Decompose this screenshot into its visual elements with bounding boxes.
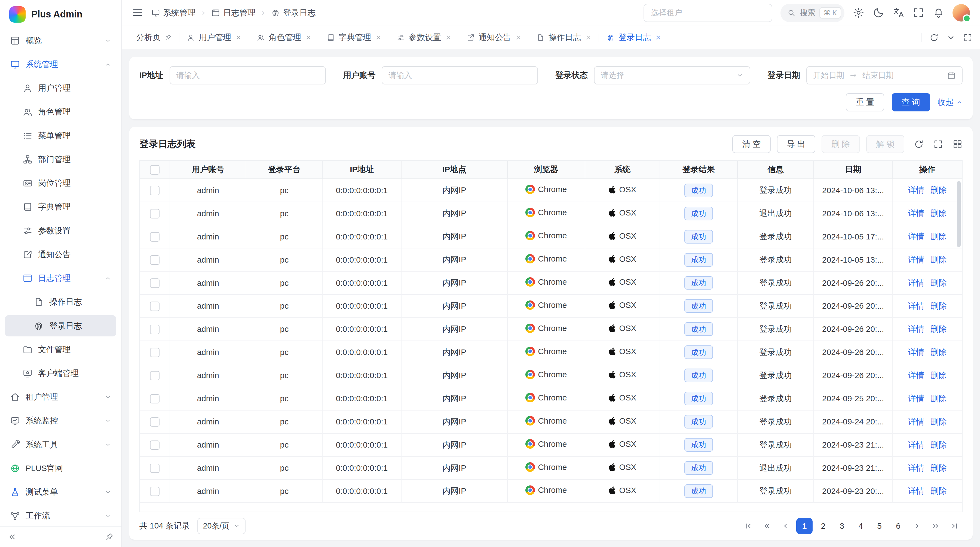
reset-button[interactable]: 重 置 (846, 93, 884, 112)
page-button-1[interactable]: 1 (796, 518, 813, 534)
sidebar-item-system-tools[interactable]: 系统工具 (5, 434, 116, 455)
global-search[interactable]: 搜索 ⌘ K (780, 4, 845, 22)
delete-link[interactable]: 删除 (931, 371, 947, 380)
row-checkbox[interactable] (150, 394, 159, 403)
sidebar-item-test-menu[interactable]: 测试菜单 (5, 482, 116, 503)
tab-analysis[interactable]: 分析页 (129, 29, 178, 46)
content-fullscreen-icon[interactable] (963, 33, 972, 42)
first-page-button[interactable] (740, 518, 757, 534)
page-button-3[interactable]: 3 (834, 518, 850, 534)
next-page-button[interactable] (909, 518, 925, 534)
sidebar-item-dept-management[interactable]: 部门管理 (5, 149, 116, 170)
tab-dict-management[interactable]: 字典管理 (320, 29, 388, 46)
row-checkbox[interactable] (150, 325, 159, 334)
clear-button[interactable]: 清 空 (732, 135, 771, 153)
delete-link[interactable]: 删除 (931, 394, 947, 403)
detail-link[interactable]: 详情 (908, 278, 924, 287)
delete-link[interactable]: 删除 (931, 324, 947, 333)
page-button-6[interactable]: 6 (890, 518, 907, 534)
row-checkbox[interactable] (150, 255, 159, 265)
refresh-table-icon[interactable] (914, 139, 924, 149)
sidebar-item-menu-management[interactable]: 菜单管理 (5, 125, 116, 146)
delete-link[interactable]: 删除 (931, 278, 947, 287)
table-scrollbar[interactable] (956, 180, 962, 512)
detail-link[interactable]: 详情 (908, 417, 924, 426)
sidebar-item-notice[interactable]: 通知公告 (5, 244, 116, 265)
ip-input[interactable]: 请输入 (170, 66, 326, 85)
close-icon[interactable] (445, 34, 452, 41)
row-checkbox[interactable] (150, 209, 159, 218)
breadcrumb-item[interactable]: 登录日志 (271, 7, 315, 19)
page-size-select[interactable]: 20条/页 (197, 518, 245, 534)
collapse-filter-link[interactable]: 收起 (937, 97, 963, 108)
tab-param-settings[interactable]: 参数设置 (390, 29, 458, 46)
unlock-button[interactable]: 解 锁 (866, 135, 905, 153)
row-checkbox[interactable] (150, 440, 159, 450)
dark-mode-icon[interactable] (872, 7, 885, 19)
delete-link[interactable]: 删除 (931, 232, 947, 241)
sidebar-item-log-management[interactable]: 日志管理 (5, 268, 116, 289)
detail-link[interactable]: 详情 (908, 301, 924, 310)
tab-notice[interactable]: 通知公告 (460, 29, 528, 46)
sidebar-item-tenant-management[interactable]: 租户管理 (5, 386, 116, 408)
close-icon[interactable] (585, 34, 592, 41)
settings-icon[interactable] (853, 7, 865, 19)
breadcrumb-item[interactable]: 系统管理 (151, 7, 196, 19)
select-all-checkbox[interactable] (150, 165, 159, 174)
scrollbar-thumb[interactable] (957, 181, 961, 247)
translate-icon[interactable] (892, 7, 905, 19)
row-checkbox[interactable] (150, 417, 159, 427)
delete-link[interactable]: 删除 (931, 185, 947, 195)
sidebar-item-post-management[interactable]: 岗位管理 (5, 173, 116, 194)
delete-link[interactable]: 删除 (931, 255, 947, 264)
sidebar-item-workflow[interactable]: 工作流 (5, 506, 116, 526)
tab-menu-chevron-icon[interactable] (946, 33, 956, 42)
fullscreen-icon[interactable] (913, 7, 924, 19)
close-icon[interactable] (515, 34, 522, 41)
close-icon[interactable] (235, 34, 242, 41)
table-fullscreen-icon[interactable] (933, 139, 943, 149)
tab-user-management[interactable]: 用户管理 (180, 29, 248, 46)
detail-link[interactable]: 详情 (908, 232, 924, 241)
row-checkbox[interactable] (150, 348, 159, 357)
detail-link[interactable]: 详情 (908, 209, 924, 218)
next-pages-button[interactable] (928, 518, 944, 534)
notifications-icon[interactable] (932, 7, 945, 19)
page-button-2[interactable]: 2 (815, 518, 831, 534)
delete-link[interactable]: 删除 (931, 486, 947, 495)
row-checkbox[interactable] (150, 371, 159, 380)
sidebar-item-system-monitor[interactable]: 系统监控 (5, 410, 116, 432)
column-settings-icon[interactable] (953, 139, 963, 149)
detail-link[interactable]: 详情 (908, 185, 924, 195)
delete-link[interactable]: 删除 (931, 209, 947, 218)
detail-link[interactable]: 详情 (908, 463, 924, 472)
detail-link[interactable]: 详情 (908, 324, 924, 333)
logo[interactable]: Plus Admin (0, 0, 121, 29)
detail-link[interactable]: 详情 (908, 255, 924, 264)
sidebar-pin-icon[interactable] (105, 533, 114, 541)
sidebar-item-param-settings[interactable]: 参数设置 (5, 220, 116, 241)
delete-link[interactable]: 删除 (931, 301, 947, 310)
detail-link[interactable]: 详情 (908, 371, 924, 380)
sidebar-item-client-management[interactable]: 客户端管理 (5, 363, 116, 384)
sidebar-item-plus-website[interactable]: PLUS官网 (5, 458, 116, 479)
detail-link[interactable]: 详情 (908, 394, 924, 403)
pin-icon[interactable] (164, 34, 172, 41)
tenant-select[interactable]: 选择租户 (644, 4, 772, 22)
delete-link[interactable]: 删除 (931, 348, 947, 357)
sidebar-item-user-management[interactable]: 用户管理 (5, 78, 116, 99)
row-checkbox[interactable] (150, 232, 159, 241)
detail-link[interactable]: 详情 (908, 486, 924, 495)
tab-operation-log[interactable]: 操作日志 (530, 29, 598, 46)
sidebar-item-role-management[interactable]: 角色管理 (5, 101, 116, 123)
prev-pages-button[interactable] (759, 518, 775, 534)
close-icon[interactable] (375, 34, 382, 41)
sidebar-item-dict-management[interactable]: 字典管理 (5, 196, 116, 218)
sidebar-item-system-management[interactable]: 系统管理 (5, 54, 116, 75)
detail-link[interactable]: 详情 (908, 348, 924, 357)
search-button[interactable]: 查 询 (892, 93, 930, 112)
account-input[interactable]: 请输入 (382, 66, 538, 85)
login-date-range[interactable]: 开始日期 结束日期 (806, 66, 963, 85)
prev-page-button[interactable] (778, 518, 794, 534)
login-status-select[interactable]: 请选择 (594, 66, 750, 85)
